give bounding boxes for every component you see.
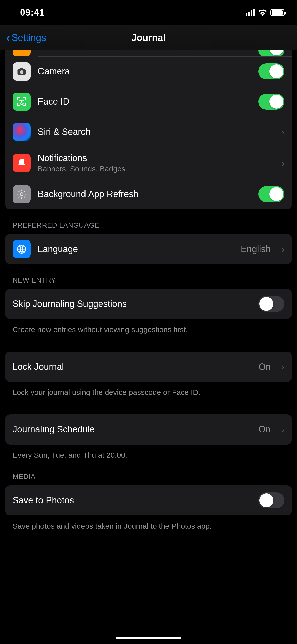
chevron-right-icon: › [282,244,284,254]
toggle-switch[interactable] [258,50,284,56]
faceid-toggle[interactable] [258,94,284,110]
row-label: Journaling Schedule [13,424,251,435]
section-footer: Create new entries without viewing sugge… [5,319,292,335]
camera-row[interactable]: Camera [5,56,292,87]
notifications-row[interactable]: Notifications Banners, Sounds, Badges › [5,147,292,179]
save-photos-toggle[interactable] [258,492,284,508]
navigation-bar: ‹ Settings Journal [0,25,297,50]
background-refresh-row[interactable]: Background App Refresh [5,179,292,209]
chevron-right-icon: › [282,158,284,168]
lock-journal-row[interactable]: Lock Journal On › [5,352,292,382]
faceid-icon [13,93,31,111]
row-label: Camera [38,66,251,77]
skip-suggestions-group: Skip Journaling Suggestions [5,289,292,319]
svg-point-1 [20,70,24,74]
home-indicator[interactable] [116,637,181,639]
cellular-signal-icon [246,9,255,16]
section-header-language: PREFERRED LANGUAGE [5,209,292,234]
row-label: Skip Journaling Suggestions [13,299,251,309]
row-value: On [259,424,271,435]
row-label: Language [38,244,234,254]
svg-point-6 [20,193,23,196]
chevron-right-icon: › [282,425,284,434]
row-label: Lock Journal [13,361,251,372]
chevron-right-icon: › [282,362,284,372]
gear-icon [13,185,31,203]
section-header-media: MEDIA [5,461,292,485]
siri-icon [13,123,31,141]
row-label: Face ID [38,96,251,107]
skip-suggestions-toggle[interactable] [258,296,284,312]
section-header-new-entry: NEW ENTRY [5,264,292,289]
wifi-icon [258,9,267,16]
camera-toggle[interactable] [258,63,284,79]
svg-point-3 [20,100,20,101]
chevron-left-icon: ‹ [6,32,10,44]
globe-icon [13,240,31,258]
battery-icon [270,9,284,16]
back-button[interactable]: ‹ Settings [6,32,46,44]
siri-search-row[interactable]: Siri & Search › [5,117,292,147]
language-group: Language English › [5,234,292,264]
schedule-group: Journaling Schedule On › [5,414,292,445]
chevron-right-icon: › [282,127,284,137]
faceid-row[interactable]: Face ID [5,87,292,117]
permission-row-cut[interactable] [5,50,292,56]
schedule-row[interactable]: Journaling Schedule On › [5,414,292,445]
skip-suggestions-row[interactable]: Skip Journaling Suggestions [5,289,292,319]
language-row[interactable]: Language English › [5,234,292,264]
back-label: Settings [12,32,46,43]
row-label: Notifications [38,153,271,164]
app-icon [13,50,31,56]
notifications-icon [13,154,31,172]
svg-point-4 [23,100,23,101]
row-value: English [241,244,271,254]
svg-point-5 [22,159,24,161]
camera-icon [13,62,31,80]
row-sublabel: Banners, Sounds, Badges [38,165,271,173]
background-refresh-toggle[interactable] [258,186,284,202]
status-bar: 09:41 [0,0,297,25]
svg-rect-2 [20,68,23,69]
row-label: Siri & Search [38,127,271,137]
page-title: Journal [131,32,166,43]
row-value: On [259,361,271,372]
section-footer: Every Sun, Tue, and Thu at 20:00. [5,445,292,461]
save-photos-row[interactable]: Save to Photos [5,485,292,515]
section-footer: Lock your journal using the device passc… [5,382,292,398]
app-permissions-group: Camera Face ID Siri & Search › Notificat… [5,50,292,209]
row-label: Background App Refresh [38,189,251,199]
status-indicators [246,9,284,16]
section-footer: Save photos and videos taken in Journal … [5,515,292,532]
save-photos-group: Save to Photos [5,485,292,515]
lock-journal-group: Lock Journal On › [5,352,292,382]
status-time: 09:41 [20,7,45,18]
row-label: Save to Photos [13,495,251,506]
